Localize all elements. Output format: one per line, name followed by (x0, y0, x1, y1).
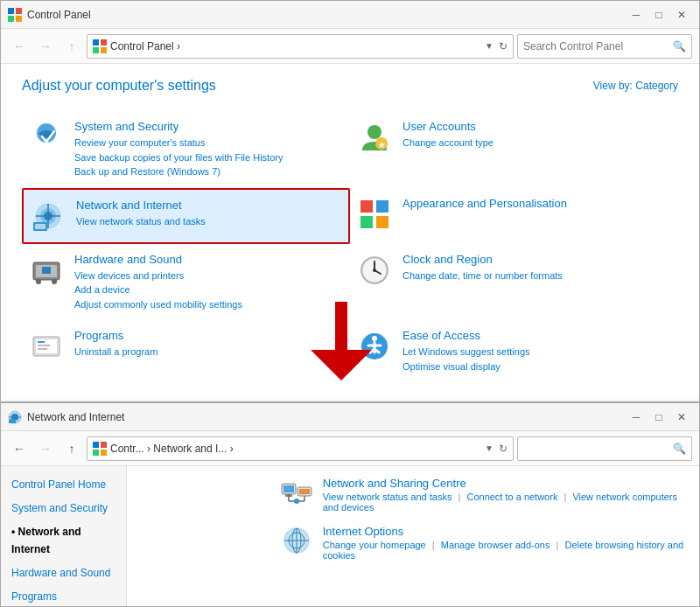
svg-rect-6 (93, 47, 99, 53)
user-accounts-title[interactable]: User Accounts (402, 120, 494, 133)
svg-rect-5 (101, 39, 107, 45)
back-button[interactable]: ← (8, 35, 31, 58)
second-window-controls: ─ □ ✕ (626, 407, 692, 428)
network-internet-link-1[interactable]: View network status and tasks (76, 214, 206, 229)
svg-marker-46 (311, 350, 372, 380)
address-bar[interactable]: Control Panel › ▼ ↻ (87, 34, 514, 59)
second-search-box[interactable]: 🔍 (517, 436, 692, 461)
search-icon[interactable]: 🔍 (673, 40, 686, 52)
minimize-button[interactable]: ─ (626, 4, 647, 25)
second-close-button[interactable]: ✕ (671, 407, 692, 428)
second-search-icon[interactable]: 🔍 (673, 443, 686, 455)
system-security-link-3[interactable]: Back up and Restore (Windows 7) (74, 164, 283, 179)
network-sharing-links: View network status and tasks | Connect … (323, 492, 685, 513)
address-dropdown-icon[interactable]: ▼ (485, 41, 494, 51)
internet-link-1[interactable]: Change your homepage (323, 540, 426, 550)
programs-link-1[interactable]: Uninstall a program (74, 345, 158, 359)
close-button[interactable]: ✕ (671, 4, 692, 25)
network-internet-title[interactable]: Network and Internet (76, 199, 206, 212)
ease-access-content: Ease of Access Let Windows suggest setti… (402, 329, 530, 373)
ease-link-2[interactable]: Optimise visual display (402, 359, 530, 374)
category-hardware-sound[interactable]: Hardware and Sound View devices and prin… (22, 244, 350, 321)
network-link-1[interactable]: View network status and tasks (323, 492, 452, 502)
second-address-dropdown-icon[interactable]: ▼ (485, 443, 494, 453)
internet-options-info: Internet Options Change your homepage | … (323, 525, 685, 561)
sidebar-item-programs[interactable]: Programs (1, 585, 126, 607)
svg-rect-2 (8, 16, 14, 22)
system-security-icon (29, 120, 64, 155)
svg-rect-37 (38, 345, 50, 346)
network-internet-icon (31, 199, 66, 234)
clock-link-1[interactable]: Change date, time or number formats (402, 269, 563, 283)
search-input[interactable] (523, 40, 669, 52)
network-sharing-info: Network and Sharing Centre View network … (323, 477, 685, 513)
svg-point-9 (368, 125, 382, 139)
hardware-link-3[interactable]: Adjust commonly used mobility settings (74, 297, 242, 312)
svg-rect-4 (93, 39, 99, 45)
svg-point-63 (294, 499, 299, 504)
system-security-link-1[interactable]: Review your computer's status (74, 136, 283, 150)
svg-rect-7 (101, 47, 107, 53)
second-refresh-icon[interactable]: ↻ (499, 443, 508, 455)
address-bar-icon (93, 39, 107, 53)
category-clock-region[interactable]: Clock and Region Change date, time or nu… (350, 244, 678, 321)
clock-region-content: Clock and Region Change date, time or nu… (402, 253, 563, 283)
programs-icon (29, 329, 64, 364)
sidebar-item-control-panel-home[interactable]: Control Panel Home (1, 473, 126, 497)
internet-options-icon (281, 525, 312, 556)
system-security-content: System and Security Review your computer… (74, 120, 283, 179)
category-system-security[interactable]: System and Security Review your computer… (22, 111, 350, 188)
second-minimize-button[interactable]: ─ (626, 407, 647, 428)
internet-options-item: Internet Options Change your homepage | … (281, 525, 685, 561)
network-link-2[interactable]: Connect to a network (466, 492, 557, 502)
page-title: Adjust your computer's settings (22, 78, 216, 94)
category-appearance[interactable]: Appearance and Personalisation (350, 188, 678, 244)
system-security-title[interactable]: System and Security (74, 120, 283, 133)
second-maximize-button[interactable]: □ (648, 407, 669, 428)
second-address-bar[interactable]: Contr... › Network and I... › ▼ ↻ (87, 436, 514, 461)
second-search-input[interactable] (523, 443, 669, 455)
up-button[interactable]: ↑ (60, 35, 83, 58)
svg-rect-28 (42, 267, 51, 274)
svg-rect-0 (8, 8, 14, 14)
category-programs[interactable]: Programs Uninstall a program (22, 320, 350, 382)
forward-button[interactable]: → (34, 35, 57, 58)
user-accounts-content: User Accounts Change account type (402, 120, 494, 150)
internet-options-title[interactable]: Internet Options (323, 525, 685, 538)
system-security-link-2[interactable]: Save backup copies of your files with Fi… (74, 150, 283, 165)
second-content-wrapper: Control Panel Home System and Security N… (1, 466, 699, 606)
sidebar-item-network-internet[interactable]: Network and Internet (1, 520, 126, 561)
network-sharing-title[interactable]: Network and Sharing Centre (323, 477, 685, 490)
svg-rect-36 (38, 341, 45, 343)
internet-options-links: Change your homepage | Manage browser ad… (323, 540, 685, 561)
refresh-icon[interactable]: ↻ (499, 40, 508, 52)
category-user-accounts[interactable]: ★ User Accounts Change account type (350, 111, 678, 188)
maximize-button[interactable]: □ (648, 4, 669, 25)
network-internet-content: Network and Internet View network status… (76, 199, 206, 229)
programs-title[interactable]: Programs (74, 329, 158, 342)
sidebar-item-system-security[interactable]: System and Security (1, 497, 126, 520)
category-network-internet[interactable]: Network and Internet View network status… (22, 188, 350, 244)
ease-access-title[interactable]: Ease of Access (402, 329, 530, 342)
second-up-button[interactable]: ↑ (60, 437, 83, 460)
internet-link-2[interactable]: Manage browser add-ons (441, 540, 550, 550)
svg-rect-3 (16, 16, 22, 22)
hardware-link-1[interactable]: View devices and printers (74, 269, 242, 283)
second-forward-button[interactable]: → (34, 437, 57, 460)
programs-content: Programs Uninstall a program (74, 329, 158, 359)
hardware-link-2[interactable]: Add a device (74, 283, 242, 297)
second-main-content: Network and Sharing Centre View network … (267, 466, 699, 606)
search-box[interactable]: 🔍 (517, 34, 692, 59)
ease-link-1[interactable]: Let Windows suggest settings (402, 345, 530, 359)
sidebar-item-hardware-sound[interactable]: Hardware and Sound (1, 562, 126, 585)
second-address-text: Contr... › Network and I... › (110, 443, 481, 455)
user-accounts-link-1[interactable]: Change account type (402, 136, 494, 150)
clock-region-title[interactable]: Clock and Region (402, 253, 563, 266)
svg-text:★: ★ (378, 140, 386, 150)
network-sharing-icon (281, 477, 312, 508)
appearance-title[interactable]: Appearance and Personalisation (402, 197, 567, 210)
svg-rect-56 (284, 485, 294, 492)
hardware-sound-title[interactable]: Hardware and Sound (74, 253, 242, 266)
category-ease-access[interactable]: Ease of Access Let Windows suggest setti… (350, 320, 678, 382)
second-back-button[interactable]: ← (8, 437, 31, 460)
